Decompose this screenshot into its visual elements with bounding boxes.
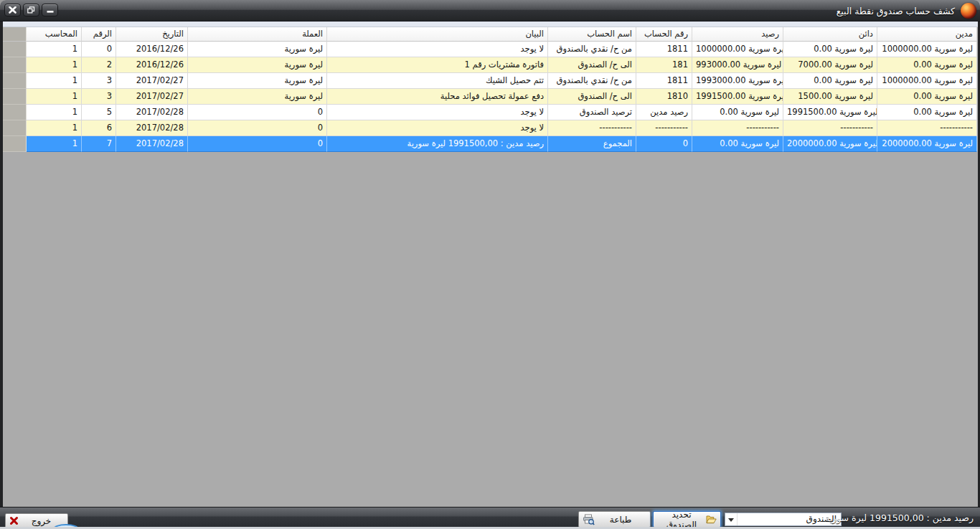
table-cell-number[interactable]: 0 (82, 42, 116, 57)
table-row[interactable]: 152017/02/280لا يوجدترصيد الصندوقرصيد مد… (3, 105, 978, 120)
table-cell-debit[interactable]: 0.00 ليرة سورية (877, 105, 977, 120)
table-cell-credit[interactable]: 0.00 ليرة سورية (783, 73, 877, 89)
table-cell-description[interactable]: لا يوجد (327, 42, 548, 57)
row-selector-cell[interactable] (3, 105, 27, 120)
table-row[interactable]: 122016/12/26ليرة سوريةفاتورة مشتريات رقم… (3, 57, 978, 73)
table-cell-number[interactable]: 2 (82, 57, 116, 73)
table-cell-date[interactable]: 2017/02/27 (116, 89, 188, 105)
table-cell-debit[interactable]: ----------- (877, 120, 977, 136)
row-selector-cell[interactable] (3, 120, 27, 136)
table-cell-balance[interactable]: ----------- (692, 120, 783, 136)
table-cell-account_name[interactable]: من ح/ نقدي بالصندوق (548, 42, 636, 57)
header-cell-description[interactable]: البيان (327, 27, 548, 42)
table-row[interactable]: 162017/02/280لا يوجد--------------------… (3, 120, 978, 136)
restore-button[interactable] (23, 4, 39, 16)
table-cell-debit[interactable]: 2000000.00 ليرة سورية (877, 136, 977, 152)
table-cell-balance[interactable]: 993000.00 ليرة سورية (692, 57, 783, 73)
header-cell-currency[interactable]: العملة (188, 27, 327, 42)
table-cell-description[interactable]: لا يوجد (327, 105, 548, 120)
table-row[interactable]: 132017/02/27ليرة سوريةدفع عمولة تحصيل فو… (3, 89, 978, 105)
table-cell-debit[interactable]: 1000000.00 ليرة سورية (877, 73, 977, 89)
table-cell-account_name[interactable]: ----------- (548, 120, 636, 136)
table-cell-balance[interactable]: 1000000.00 ليرة سورية (692, 42, 783, 57)
table-cell-account_name[interactable]: المجموع (548, 136, 636, 152)
row-selector-cell[interactable] (3, 57, 27, 73)
table-cell-currency[interactable]: ليرة سورية (188, 57, 327, 73)
table-cell-account_name[interactable]: من ح/ نقدي بالصندوق (548, 73, 636, 89)
header-cell-account_number[interactable]: رقم الحساب (636, 27, 692, 42)
table-cell-currency[interactable]: ليرة سورية (188, 89, 327, 105)
header-cell-accountant[interactable]: المحاسب (27, 27, 82, 42)
table-cell-currency[interactable]: ليرة سورية (188, 42, 327, 57)
table-cell-number[interactable]: 5 (82, 105, 116, 120)
table-cell-accountant[interactable]: 1 (27, 42, 82, 57)
table-cell-debit[interactable]: 0.00 ليرة سورية (877, 57, 977, 73)
table-cell-date[interactable]: 2017/02/28 (116, 136, 188, 152)
table-cell-description[interactable]: لا يوجد (327, 120, 548, 136)
table-cell-credit[interactable]: 1991500.00 ليرة سورية (783, 105, 877, 120)
table-cell-accountant[interactable]: 1 (27, 89, 82, 105)
table-cell-currency[interactable]: 0 (188, 120, 327, 136)
table-cell-accountant[interactable]: 1 (27, 136, 82, 152)
table-cell-date[interactable]: 2017/02/27 (116, 73, 188, 89)
row-selector-cell[interactable] (3, 89, 27, 105)
table-cell-debit[interactable]: 1000000.00 ليرة سورية (877, 42, 977, 57)
minimize-button[interactable] (42, 4, 58, 16)
table-cell-description[interactable]: رصيد مدين : 1991500,00 ليرة سورية (327, 136, 548, 152)
header-cell-date[interactable]: التاريخ (116, 27, 188, 42)
table-cell-description[interactable]: دفع عمولة تحصيل فوائد محلية (327, 89, 548, 105)
table-cell-date[interactable]: 2017/02/28 (116, 120, 188, 136)
table-cell-balance[interactable]: 0.00 ليرة سورية (692, 105, 783, 120)
row-selector-cell[interactable] (3, 136, 27, 152)
table-cell-currency[interactable]: 0 (188, 136, 327, 152)
table-cell-account_number[interactable]: 181 (636, 57, 692, 73)
table-cell-account_number[interactable]: 1811 (636, 73, 692, 89)
table-cell-account_number[interactable]: ----------- (636, 120, 692, 136)
row-selector-cell[interactable] (3, 42, 27, 57)
table-cell-account_name[interactable]: الى ح/ الصندوق (548, 57, 636, 73)
table-cell-account_number[interactable]: رصيد مدين (636, 105, 692, 120)
header-cell-balance[interactable]: رصيد (692, 27, 783, 42)
row-selector-header[interactable] (3, 27, 27, 42)
table-cell-balance[interactable]: 1993000.00 ليرة سورية (692, 73, 783, 89)
table-cell-credit[interactable]: 7000.00 ليرة سورية (783, 57, 877, 73)
table-cell-currency[interactable]: 0 (188, 105, 327, 120)
table-cell-credit[interactable]: ----------- (783, 120, 877, 136)
table-cell-date[interactable]: 2016/12/26 (116, 42, 188, 57)
close-button[interactable] (4, 4, 21, 16)
table-cell-accountant[interactable]: 1 (27, 57, 82, 73)
row-selector-cell[interactable] (3, 73, 27, 89)
table-cell-accountant[interactable]: 1 (27, 105, 82, 120)
table-row[interactable]: 132017/02/27ليرة سوريةتتم حصيل الشيكمن ح… (3, 73, 978, 89)
table-cell-account_name[interactable]: ترصيد الصندوق (548, 105, 636, 120)
table-cell-account_number[interactable]: 0 (636, 136, 692, 152)
table-cell-debit[interactable]: 0.00 ليرة سورية (877, 89, 977, 105)
table-cell-account_number[interactable]: 1810 (636, 89, 692, 105)
table-cell-balance[interactable]: 0.00 ليرة سورية (692, 136, 783, 152)
table-cell-accountant[interactable]: 1 (27, 73, 82, 89)
table-cell-currency[interactable]: ليرة سورية (188, 73, 327, 89)
print-button[interactable]: طباعة (578, 511, 651, 528)
table-cell-date[interactable]: 2016/12/26 (116, 57, 188, 73)
table-row[interactable]: 102016/12/26ليرة سوريةلا يوجدمن ح/ نقدي … (3, 42, 978, 57)
header-cell-credit[interactable]: دائن (783, 27, 877, 42)
table-cell-accountant[interactable]: 1 (27, 120, 82, 136)
table-cell-balance[interactable]: 1991500.00 ليرة سورية (692, 89, 783, 105)
table-cell-number[interactable]: 3 (82, 73, 116, 89)
table-cell-credit[interactable]: 2000000.00 ليرة سورية (783, 136, 877, 152)
table-row[interactable]: 172017/02/280رصيد مدين : 1991500,00 ليرة… (3, 136, 978, 152)
header-cell-number[interactable]: الرقم (82, 27, 116, 42)
cashbox-combobox[interactable]: الصندوق (725, 513, 842, 526)
combo-dropdown-button[interactable] (725, 513, 738, 525)
table-cell-number[interactable]: 6 (82, 120, 116, 136)
table-cell-account_name[interactable]: الى ح/ الصندوق (548, 89, 636, 105)
table-cell-account_number[interactable]: 1811 (636, 42, 692, 57)
table-cell-number[interactable]: 7 (82, 136, 116, 152)
table-cell-credit[interactable]: 0.00 ليرة سورية (783, 42, 877, 57)
header-cell-account_name[interactable]: اسم الحساب (548, 27, 636, 42)
table-cell-description[interactable]: تتم حصيل الشيك (327, 73, 548, 89)
table-cell-date[interactable]: 2017/02/28 (116, 105, 188, 120)
select-cashbox-button[interactable]: تحديد الصندوق (653, 511, 721, 528)
table-cell-credit[interactable]: 1500.00 ليرة سورية (783, 89, 877, 105)
table-cell-description[interactable]: فاتورة مشتريات رقم 1 (327, 57, 548, 73)
